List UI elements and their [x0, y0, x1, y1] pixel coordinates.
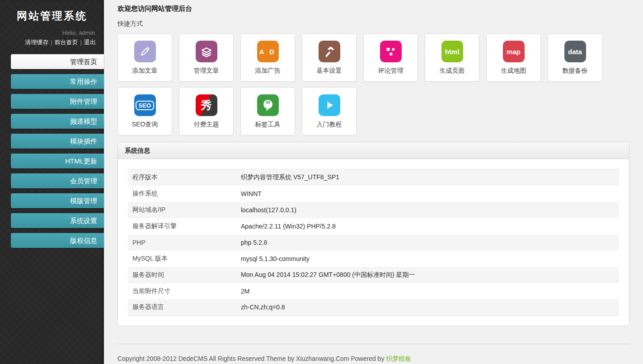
comment-squares-icon	[380, 41, 402, 62]
card-label: 评论管理	[378, 67, 404, 75]
info-label: PHP	[128, 234, 236, 251]
sidebar-item-templates[interactable]: 模版管理	[11, 193, 104, 208]
sidebar-item-module-plugins[interactable]: 模块插件	[11, 134, 104, 149]
sidebar-nav: 管理首页 常用操作 附件管理 频道模型 模块插件 HTML更新 会员管理 模版管…	[0, 54, 104, 248]
card-label: 数据备份	[563, 67, 588, 75]
main-content: 欢迎您访问网站管理后台 快捷方式 添加文章	[104, 0, 643, 363]
table-row: 操作系统 WINNT	[128, 186, 619, 202]
info-value: php 5.2.8	[236, 234, 619, 251]
top-links: 清理缓存|前台首页|退出	[0, 38, 104, 47]
table-row: 服务器语言 zh-CN,zh;q=0.8	[128, 299, 619, 316]
info-label: 服务器语言	[128, 299, 236, 316]
logout-link[interactable]: 退出	[84, 39, 96, 46]
info-label: 网站域名/IP	[128, 202, 236, 218]
shortcut-data-backup[interactable]: data 数据备份	[548, 33, 602, 82]
sidebar: 网站管理系统 Hello, admin 清理缓存|前台首页|退出 管理首页 常用…	[0, 0, 104, 364]
info-label: 操作系统	[128, 186, 236, 202]
app-title: 网站管理系统	[0, 9, 104, 23]
sidebar-item-html-update[interactable]: HTML更新	[11, 154, 104, 168]
card-label: 基本设置	[317, 67, 342, 75]
sidebar-item-admin-home[interactable]: 管理首页	[11, 54, 104, 69]
table-row: 程序版本 织梦内容管理系统 V57_UTF8_SP1	[128, 169, 619, 186]
card-label: 管理文章	[194, 67, 219, 75]
table-row: MySQL 版本 mysql 5.1.30-community	[128, 251, 619, 267]
info-value: 2M	[236, 283, 619, 299]
pencil-icon	[134, 41, 156, 62]
info-value: Apache/2.2.11 (Win32) PHP/5.2.8	[236, 218, 619, 234]
card-label: 标签工具	[255, 121, 281, 129]
panel-body: 程序版本 织梦内容管理系统 V57_UTF8_SP1 操作系统 WINNT 网站…	[118, 159, 629, 326]
info-label: MySQL 版本	[128, 251, 236, 267]
info-label: 服务器解译引擎	[128, 218, 236, 234]
sidebar-item-copyright-info[interactable]: 版权信息	[11, 233, 104, 248]
sidebar-item-members[interactable]: 会员管理	[11, 173, 104, 188]
welcome-title: 欢迎您访问网站管理后台	[117, 0, 629, 13]
info-label: 服务器时间	[128, 267, 236, 283]
map-icon: map	[503, 41, 525, 62]
info-label: 程序版本	[128, 169, 236, 186]
xiu-icon: 秀	[196, 94, 217, 116]
card-label: 添加文章	[132, 67, 158, 75]
table-row: 当前附件尺寸 2M	[128, 283, 619, 299]
theme-link[interactable]: 织梦模板	[386, 355, 411, 362]
data-icon: data	[564, 41, 586, 62]
card-label: 付费主题	[194, 121, 219, 129]
card-label: SEO查询	[132, 121, 158, 129]
table-row: 服务器解译引擎 Apache/2.2.11 (Win32) PHP/5.2.8	[128, 218, 619, 234]
greeting-text: Hello, admin	[0, 29, 104, 36]
shortcut-basic-settings[interactable]: 基本设置	[302, 33, 357, 82]
card-label: 生成地图	[501, 67, 526, 75]
copyright-text: Copyright 2008-2012 DedeCMS All Rights R…	[117, 355, 384, 362]
table-row: 网站域名/IP localhost(127.0.0.1)	[128, 202, 619, 218]
sidebar-item-channel-models[interactable]: 频道模型	[11, 114, 104, 129]
shortcut-manage-articles[interactable]: 管理文章	[179, 33, 234, 82]
panel-title: 系统信息	[118, 142, 629, 159]
shortcut-generate-pages[interactable]: html 生成页面	[425, 33, 479, 82]
books-icon	[196, 41, 217, 62]
svg-text:”: ”	[265, 99, 270, 110]
footer: Copyright 2008-2012 DedeCMS All Rights R…	[117, 344, 629, 363]
shortcut-add-ad[interactable]: A D 添加广告	[240, 33, 295, 82]
ad-icon: A D	[257, 41, 279, 62]
sidebar-item-system-settings[interactable]: 系统设置	[11, 213, 104, 228]
hammer-icon	[319, 41, 340, 62]
shortcuts-title: 快捷方式	[117, 20, 629, 28]
shortcut-grid: 添加文章 管理文章 A D 添加广告	[117, 33, 633, 141]
info-value: mysql 5.1.30-community	[236, 251, 619, 267]
clear-cache-link[interactable]: 清理缓存	[25, 39, 48, 46]
info-value: localhost(127.0.0.1)	[236, 202, 619, 218]
sidebar-item-common-actions[interactable]: 常用操作	[11, 74, 104, 89]
card-label: 生成页面	[440, 67, 465, 75]
seo-icon: SEO	[134, 94, 156, 116]
shortcut-paid-themes[interactable]: 秀 付费主题	[179, 87, 234, 135]
system-info-table: 程序版本 织梦内容管理系统 V57_UTF8_SP1 操作系统 WINNT 网站…	[128, 169, 619, 316]
card-label: 入门教程	[317, 121, 342, 129]
info-value: 织梦内容管理系统 V57_UTF8_SP1	[236, 169, 619, 186]
sidebar-item-attachments[interactable]: 附件管理	[11, 94, 104, 109]
shortcut-seo-query[interactable]: SEO SEO查询	[117, 87, 172, 135]
table-row: 服务器时间 Mon Aug 04 2014 15:02:27 GMT+0800 …	[128, 267, 619, 283]
shortcut-generate-sitemap[interactable]: map 生成地图	[486, 33, 541, 82]
separator: |	[80, 39, 82, 46]
quote-bubble-icon: ”	[257, 94, 279, 116]
info-label: 当前附件尺寸	[128, 283, 236, 299]
info-value: Mon Aug 04 2014 15:02:27 GMT+0800 (中国标准时…	[236, 267, 619, 283]
shortcut-comment-management[interactable]: 评论管理	[363, 33, 418, 82]
play-icon	[319, 94, 340, 116]
system-info-panel: 系统信息 程序版本 织梦内容管理系统 V57_UTF8_SP1 操作系统 WIN…	[117, 142, 629, 326]
separator: |	[51, 39, 52, 46]
shortcut-add-article[interactable]: 添加文章	[117, 33, 172, 82]
front-home-link[interactable]: 前台首页	[55, 39, 78, 46]
info-value: WINNT	[236, 186, 619, 202]
table-row: PHP php 5.2.8	[128, 234, 619, 251]
html-icon: html	[441, 41, 463, 62]
shortcut-beginner-tutorial[interactable]: 入门教程	[302, 87, 357, 135]
shortcut-tag-tools[interactable]: ” 标签工具	[240, 87, 295, 135]
info-value: zh-CN,zh;q=0.8	[236, 299, 619, 316]
card-label: 添加广告	[255, 67, 281, 75]
